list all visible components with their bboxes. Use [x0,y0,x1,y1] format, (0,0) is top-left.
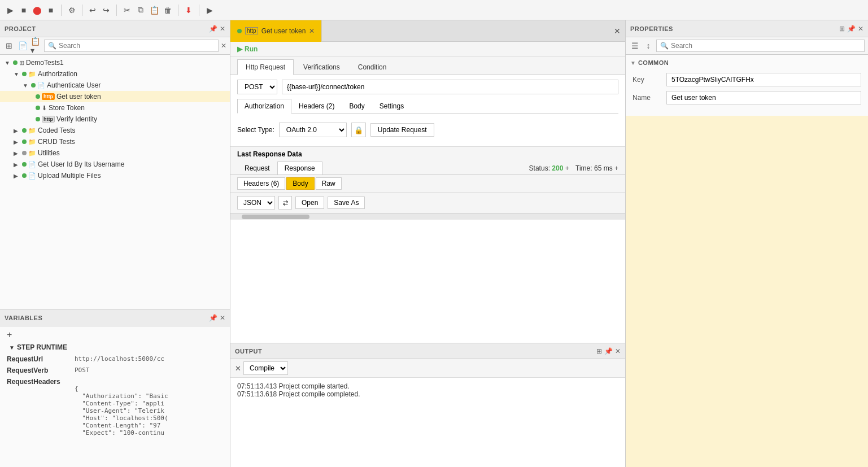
props-expand-icon[interactable]: ⊞ [839,25,845,33]
auth-tab-authorization[interactable]: Authorization [237,99,291,114]
step-runtime-header[interactable]: ▼ STEP RUNTIME [5,341,225,353]
response-tab-request[interactable]: Request [237,162,277,174]
label-demotests1: DemoTests1 [26,59,64,67]
body-tab-headers[interactable]: Headers (6) [237,177,285,190]
properties-search-input[interactable] [671,42,861,50]
tab-condition[interactable]: Condition [350,59,395,75]
run-button[interactable]: ▶ Run [237,45,258,53]
output-line-1: 07:51:13.413 Project compile started. [237,382,618,390]
tab-get-user-token[interactable]: http Get user token ✕ [230,20,322,42]
vars-pin-icon[interactable]: 📌 [209,314,217,322]
project-search-close-icon[interactable]: ✕ [221,42,226,50]
props-sort-icon[interactable]: ↕ [643,40,654,51]
format-icon-btn[interactable]: ⇄ [278,196,292,210]
project-tool1[interactable]: ⊞ [3,40,15,51]
props-list-icon[interactable]: ☰ [629,40,640,51]
redo-icon[interactable]: ↪ [101,5,112,16]
tree-item-get-user-id[interactable]: ▶ 📄 Get User Id By Its Username [0,159,230,170]
arrow-get-user-id[interactable]: ▶ [14,162,20,168]
undo-icon[interactable]: ↩ [87,5,98,16]
response-tab-response[interactable]: Response [277,162,322,174]
tab-close-icon[interactable]: ✕ [309,27,315,35]
paste-icon[interactable]: 📋 [149,5,160,16]
auth-settings-icon-btn[interactable]: 🔒 [351,123,366,137]
props-close-icon[interactable]: ✕ [858,25,863,33]
run-icon[interactable]: ▶ [204,5,215,16]
tree-item-get-user-token[interactable]: http Get user token [0,91,230,102]
center-panel: http Get user token ✕ ✕ ▶ Run Http Reque… [230,20,625,467]
tree-item-crud-tests[interactable]: ▶ 📁 CRUD Tests [0,136,230,147]
project-close-icon[interactable]: ✕ [220,25,225,33]
delete-icon[interactable]: 🗑 [162,5,173,16]
arrow-demotests1[interactable]: ▼ [5,60,11,66]
tree-item-demotests1[interactable]: ▼ ⊞ DemoTests1 [0,57,230,68]
step-runtime-arrow-icon: ▼ [9,344,15,351]
key-value: 5TOzacgPtwSliyCAlTGFHx [666,73,861,86]
method-select[interactable]: POST [237,80,277,94]
http-badge-get-user-token: http [42,93,55,100]
auth-tab-body[interactable]: Body [342,99,372,114]
variables-panel: VARIABLES 📌 ✕ + ▼ STEP RUNTIME RequestUr… [0,309,230,467]
play-icon[interactable]: ▶ [5,5,16,16]
vars-row-request-headers: RequestHeaders { "Authorization": "Basic… [5,376,225,438]
tree-item-upload-files[interactable]: ▶ 📄 Upload Multiple Files [0,170,230,181]
body-tab-body[interactable]: Body [286,177,314,190]
url-input[interactable] [282,80,618,94]
scroll-thumb[interactable] [242,215,309,219]
compile-select[interactable]: Compile [243,361,288,375]
time-plus-icon[interactable]: + [614,164,618,172]
props-pin-icon[interactable]: 📌 [847,25,856,33]
project-search-input[interactable] [59,42,215,50]
format-select[interactable]: JSON [237,196,275,210]
tree-item-authorization[interactable]: ▼ 📁 Authorization [0,68,230,80]
output-expand-icon[interactable]: ⊞ [596,347,602,355]
body-tab-raw[interactable]: Raw [316,177,342,190]
tree-item-authenticate-user[interactable]: ▼ 📄 Authenticate User [0,80,230,91]
settings-icon[interactable]: ⚙ [66,5,77,16]
project-tool2[interactable]: 📄 [17,40,28,51]
vars-close-icon[interactable]: ✕ [220,314,225,322]
tree-item-verify-identity[interactable]: http Verify Identity [0,114,230,125]
properties-panel: PROPERTIES ⊞ 📌 ✕ ☰ ↕ 🔍 ▼ COMMON [625,20,868,467]
variables-title: VARIABLES [5,315,209,321]
tree-item-coded-tests[interactable]: ▶ 📁 Coded Tests [0,125,230,136]
arrow-coded-tests[interactable]: ▶ [14,128,20,134]
cut-icon[interactable]: ✂ [121,5,133,16]
output-close-icon[interactable]: ✕ [615,347,621,355]
status-label: Status: [529,164,550,172]
save-as-button[interactable]: Save As [328,197,365,209]
arrow-utilities[interactable]: ▶ [14,150,20,156]
vars-row-request-verb: RequestVerb POST [5,365,225,376]
dot-get-user-id [22,162,27,167]
tab-http-request[interactable]: Http Request [237,59,294,75]
stop2-icon[interactable]: ■ [45,5,56,16]
stop-icon[interactable]: ■ [18,5,29,16]
update-request-button[interactable]: Update Request [370,123,434,137]
tree-item-store-token[interactable]: ⬇ Store Token [0,102,230,114]
tab-verifications[interactable]: Verifications [295,59,348,75]
project-tool3[interactable]: 📋▾ [30,40,42,51]
arrow-crud-tests[interactable]: ▶ [14,139,20,145]
output-pin-icon[interactable]: 📌 [604,347,613,355]
status-plus-icon[interactable]: + [565,164,569,172]
response-scrollbar[interactable] [230,213,625,220]
download-icon[interactable]: ⬇ [183,5,194,16]
auth-tab-headers[interactable]: Headers (2) [291,99,342,114]
auth-tab-settings[interactable]: Settings [372,99,411,114]
arrow-authorization[interactable]: ▼ [14,71,20,77]
properties-tools: ☰ ↕ 🔍 [626,37,868,55]
copy-icon[interactable]: ⧉ [135,5,146,16]
tree-item-utilities[interactable]: ▶ 📁 Utilities [0,147,230,159]
oauth-type-select[interactable]: OAuth 2.0 [279,123,347,137]
arrow-authenticate[interactable]: ▼ [23,82,29,89]
center-panel-close-icon[interactable]: ✕ [614,27,621,36]
arrow-upload-files[interactable]: ▶ [14,173,20,179]
project-pin-icon[interactable]: 📌 [209,25,217,33]
output-x-button[interactable]: ✕ [235,364,241,373]
vars-key-requestheaders: RequestHeaders [5,376,72,438]
label-coded-tests: Coded Tests [38,126,76,134]
record-icon[interactable]: ⬤ [32,5,43,16]
open-button[interactable]: Open [295,197,324,209]
add-variable-button[interactable]: + [5,329,225,341]
common-collapse-icon[interactable]: ▼ [630,60,636,66]
